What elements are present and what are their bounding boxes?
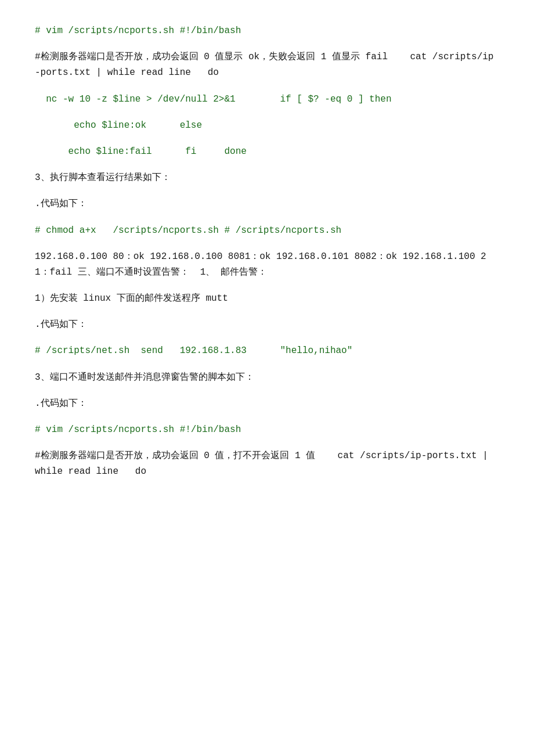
text-line-24: 3、端口不通时发送邮件并消息弹窗告警的脚本如下： bbox=[35, 370, 499, 386]
spacer-19 bbox=[35, 311, 499, 317]
spacer-23 bbox=[35, 364, 499, 370]
spacer-5 bbox=[35, 112, 499, 118]
text-line-12: .代码如下： bbox=[35, 196, 499, 212]
spacer-15 bbox=[35, 243, 499, 249]
spacer-17 bbox=[35, 285, 499, 291]
text-line-18: 1）先安装 linux 下面的邮件发送程序 mutt bbox=[35, 291, 499, 307]
code-line-0: # vim /scripts/ncports.sh #!/bin/bash bbox=[35, 23, 499, 39]
code-line-28: # vim /scripts/ncports.sh #!/bin/bash bbox=[35, 422, 499, 438]
spacer-9 bbox=[35, 164, 499, 170]
spacer-11 bbox=[35, 190, 499, 196]
code-line-6: echo $line:ok else bbox=[35, 118, 499, 134]
code-line-4: nc -w 10 -z $line > /dev/null 2>&1 if [ … bbox=[35, 92, 499, 107]
text-line-26: .代码如下： bbox=[35, 396, 499, 412]
code-line-22: # /scripts/net.sh send 192.168.1.83 ″hel… bbox=[35, 343, 499, 359]
code-line-14: # chmod a+x /scripts/ncports.sh # /scrip… bbox=[35, 223, 499, 239]
spacer-21 bbox=[35, 337, 499, 343]
spacer-3 bbox=[35, 86, 499, 92]
text-line-10: 3、执行脚本查看运行结果如下： bbox=[35, 170, 499, 186]
text-line-20: .代码如下： bbox=[35, 317, 499, 333]
text-line-2: #检测服务器端口是否开放，成功会返回 0 值显示 ok，失败会返回 1 值显示 … bbox=[35, 49, 499, 81]
main-content: # vim /scripts/ncports.sh #!/bin/bash#检测… bbox=[35, 23, 499, 480]
spacer-29 bbox=[35, 442, 499, 448]
spacer-27 bbox=[35, 416, 499, 422]
spacer-1 bbox=[35, 44, 499, 49]
spacer-13 bbox=[35, 217, 499, 223]
spacer-25 bbox=[35, 390, 499, 396]
spacer-7 bbox=[35, 138, 499, 144]
code-line-8: echo $line:fail fi done bbox=[35, 144, 499, 160]
text-line-30: #检测服务器端口是否开放，成功会返回 0 值，打不开会返回 1 值 cat /s… bbox=[35, 448, 499, 480]
text-line-16: 192.168.0.100 80：ok 192.168.0.100 8081：o… bbox=[35, 249, 499, 280]
